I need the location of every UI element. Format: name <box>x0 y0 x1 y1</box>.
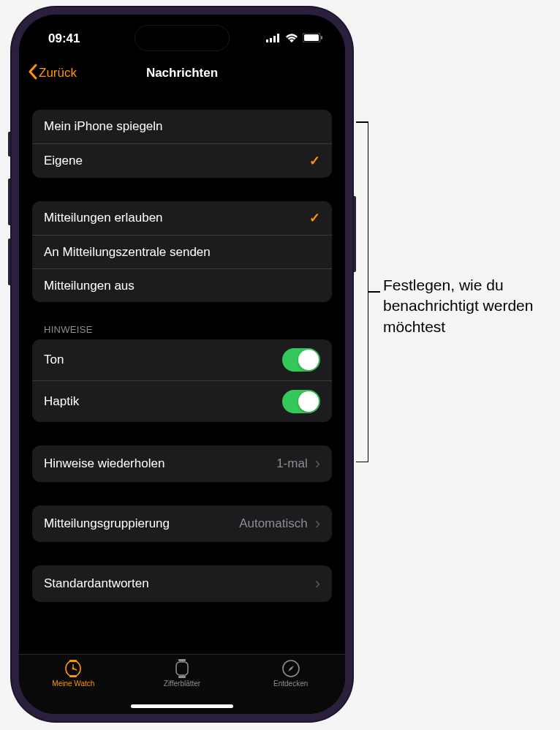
svg-rect-9 <box>69 675 77 677</box>
back-button[interactable]: Zurück <box>28 64 77 83</box>
svg-rect-0 <box>266 39 268 42</box>
notification-grouping-row[interactable]: Mitteilungsgruppierung Automatisch › <box>32 505 332 542</box>
row-label: Mitteilungen erlauben <box>44 211 163 225</box>
mirror-section: Mein iPhone spiegeln Eigene ✓ <box>32 110 332 178</box>
svg-rect-1 <box>270 38 272 42</box>
svg-rect-6 <box>321 36 322 39</box>
chevron-right-icon: › <box>315 454 320 473</box>
svg-rect-14 <box>178 659 186 661</box>
back-label: Zurück <box>39 66 77 80</box>
send-to-center-row[interactable]: An Mitteilungszentrale senden <box>32 235 332 268</box>
tab-discover[interactable]: Entdecken <box>237 659 344 688</box>
row-label: An Mitteilungszentrale senden <box>44 245 211 260</box>
callout-text: Festlegen, wie du benachrichtigt werden … <box>383 275 551 337</box>
repeat-alerts-row[interactable]: Hinweise wiederholen 1-mal › <box>32 445 332 482</box>
cellular-icon <box>266 31 281 46</box>
phone-screen: 09:41 Zurück Nachrichten <box>19 15 345 714</box>
watch-face-icon <box>174 659 190 678</box>
allow-notifications-row[interactable]: Mitteilungen erlauben ✓ <box>32 201 332 235</box>
sound-toggle[interactable] <box>282 348 320 372</box>
tab-label: Entdecken <box>273 680 308 688</box>
chevron-right-icon: › <box>315 574 320 593</box>
navigation-bar: Zurück Nachrichten <box>19 57 345 89</box>
row-label: Ton <box>44 353 64 367</box>
chevron-left-icon <box>28 64 37 83</box>
tab-label: Zifferblätter <box>164 680 200 688</box>
status-time: 09:41 <box>48 31 80 46</box>
tab-watch-faces[interactable]: Zifferblätter <box>128 659 235 688</box>
repeat-section: Hinweise wiederholen 1-mal › <box>32 445 332 482</box>
row-value: 1-mal <box>276 456 308 471</box>
haptic-toggle[interactable] <box>282 390 320 413</box>
notifications-section: Mitteilungen erlauben ✓ An Mitteilungsze… <box>32 201 332 302</box>
svg-rect-5 <box>304 34 319 41</box>
row-label: Standardantworten <box>44 576 149 591</box>
row-label: Haptik <box>44 394 79 409</box>
row-value: Automatisch <box>239 516 308 531</box>
svg-rect-3 <box>277 34 279 42</box>
haptic-row: Haptik <box>32 380 332 422</box>
sound-row: Ton <box>32 339 332 380</box>
row-label: Eigene <box>44 154 83 168</box>
callout-bracket <box>357 121 368 462</box>
tab-my-watch[interactable]: Meine Watch <box>20 659 127 688</box>
default-replies-section: Standardantworten › <box>32 565 332 602</box>
svg-rect-2 <box>273 36 276 42</box>
wifi-icon <box>285 31 298 46</box>
home-indicator[interactable] <box>131 704 233 708</box>
svg-rect-8 <box>69 660 77 662</box>
custom-row[interactable]: Eigene ✓ <box>32 143 332 178</box>
default-replies-row[interactable]: Standardantworten › <box>32 565 332 602</box>
chevron-right-icon: › <box>315 514 320 533</box>
row-label: Mein iPhone spiegeln <box>44 119 163 134</box>
alerts-section: Ton Haptik <box>32 339 332 422</box>
notifications-off-row[interactable]: Mitteilungen aus <box>32 268 332 302</box>
dynamic-island <box>135 25 230 51</box>
row-label: Mitteilungsgruppierung <box>44 516 170 531</box>
row-label: Mitteilungen aus <box>44 279 135 293</box>
grouping-section: Mitteilungsgruppierung Automatisch › <box>32 505 332 542</box>
alerts-header: Hinweise <box>32 324 332 339</box>
svg-rect-13 <box>176 662 188 675</box>
page-title: Nachrichten <box>146 66 218 80</box>
mirror-iphone-row[interactable]: Mein iPhone spiegeln <box>32 110 332 143</box>
svg-line-12 <box>73 669 77 670</box>
checkmark-icon: ✓ <box>309 153 320 169</box>
phone-frame: 09:41 Zurück Nachrichten <box>12 7 352 721</box>
row-label: Hinweise wiederholen <box>44 456 164 471</box>
tab-label: Meine Watch <box>52 680 94 688</box>
checkmark-icon: ✓ <box>309 210 320 226</box>
watch-icon <box>62 659 84 678</box>
settings-content: Mein iPhone spiegeln Eigene ✓ Mitteilung… <box>19 89 345 654</box>
callout-tick <box>368 291 380 293</box>
svg-rect-15 <box>178 676 186 678</box>
compass-icon <box>282 659 300 678</box>
battery-icon <box>303 31 323 46</box>
